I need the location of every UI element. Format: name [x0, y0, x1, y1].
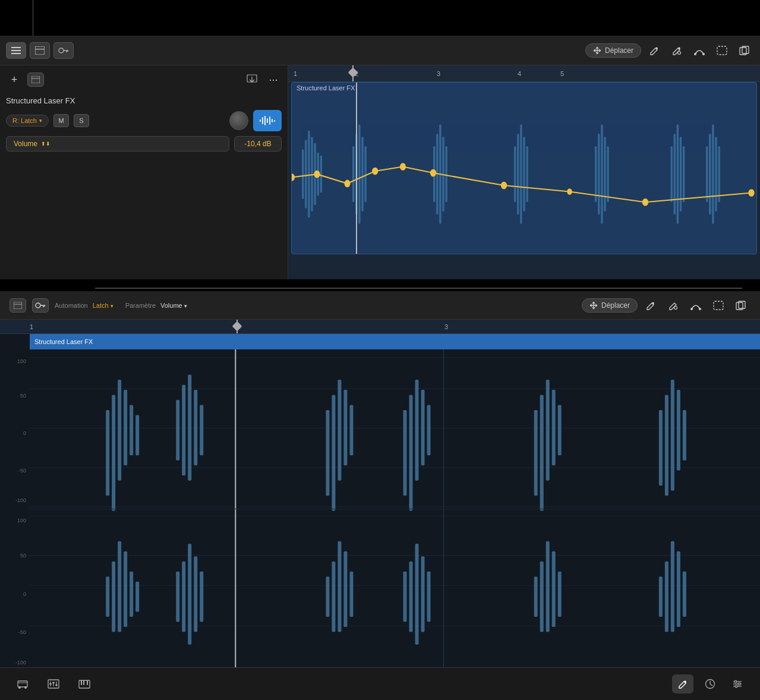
svg-rect-20	[31, 78, 40, 79]
automation-point[interactable]	[292, 174, 295, 181]
svg-rect-53	[601, 124, 603, 224]
svg-rect-129	[200, 572, 203, 622]
svg-rect-125	[176, 572, 179, 622]
svg-rect-90	[118, 380, 121, 481]
automation-point[interactable]	[372, 168, 378, 175]
svg-rect-108	[427, 405, 431, 455]
panel-window-btn[interactable]	[27, 72, 44, 87]
automation-point[interactable]	[501, 182, 507, 190]
svg-rect-118	[683, 410, 686, 461]
scale-labels-container: 100 50 0 -50 -100 100 50 0 -50 -100	[0, 349, 29, 667]
automation-point[interactable]	[314, 171, 320, 178]
mixer-icon	[48, 679, 59, 689]
bezier-btn-bottom[interactable]	[686, 297, 705, 314]
automation-point[interactable]	[642, 198, 648, 206]
svg-rect-27	[272, 119, 273, 122]
scale-neg100-bot: -100	[15, 660, 26, 666]
svg-rect-107	[421, 390, 425, 465]
volume-dropdown[interactable]: Volume ⬆⬇	[6, 136, 229, 152]
svg-rect-50	[526, 146, 528, 202]
bottom-window-btn[interactable]	[10, 298, 26, 313]
param-value[interactable]: Volume ▾	[160, 302, 187, 309]
record-btn[interactable]: R: Latch ▾	[6, 115, 49, 127]
automation-point[interactable]	[748, 189, 754, 197]
svg-rect-48	[520, 124, 522, 224]
deplacer-btn[interactable]: Déplacer	[585, 43, 641, 58]
svg-rect-122	[124, 551, 127, 627]
svg-rect-120	[112, 562, 115, 632]
solo-btn[interactable]: S	[74, 114, 89, 127]
deplacer-btn-bottom[interactable]: Déplacer	[582, 298, 638, 313]
lasso-btn[interactable]	[712, 42, 731, 59]
bezier-btn[interactable]	[690, 42, 709, 59]
curve-pencil-btn-bottom[interactable]	[664, 297, 683, 314]
volume-knob[interactable]	[229, 111, 248, 130]
deplacer-label: Déplacer	[605, 46, 633, 55]
window-view-btn[interactable]	[30, 42, 50, 59]
svg-rect-153	[18, 681, 27, 687]
scale-0-top: 0	[23, 430, 26, 436]
ruler-mark-5: 5	[558, 65, 564, 81]
svg-rect-91	[124, 390, 127, 465]
automation-point[interactable]	[344, 180, 350, 188]
footer-sliders-btn[interactable]	[727, 674, 748, 693]
solo-label: S	[79, 117, 83, 124]
copy-btn[interactable]	[735, 42, 754, 59]
automation-point[interactable]	[400, 163, 406, 171]
svg-rect-88	[106, 410, 109, 496]
more-btn[interactable]: ···	[265, 71, 282, 88]
svg-rect-99	[326, 410, 329, 496]
svg-point-177	[738, 683, 740, 685]
footer-piano-btn[interactable]	[74, 674, 95, 693]
waveform-svg-top	[292, 93, 756, 254]
pencil-tool-btn-bottom[interactable]	[641, 297, 660, 314]
add-track-btn[interactable]: +	[6, 71, 23, 88]
mute-btn[interactable]: M	[53, 114, 69, 127]
svg-point-9	[59, 48, 64, 53]
svg-rect-24	[264, 116, 266, 125]
curve-pencil-btn[interactable]	[667, 42, 686, 59]
svg-rect-112	[552, 390, 556, 465]
track-name: Structured Laser FX	[6, 96, 282, 105]
svg-rect-47	[517, 134, 519, 215]
pencil-tool-btn[interactable]	[645, 42, 664, 59]
svg-rect-97	[194, 390, 197, 465]
mute-label: M	[58, 117, 64, 124]
lasso-icon-bottom	[713, 301, 724, 310]
svg-rect-113	[558, 405, 562, 455]
automation-point[interactable]	[430, 169, 436, 177]
piano-icon	[78, 679, 90, 689]
svg-rect-141	[540, 562, 544, 632]
download-icon	[247, 74, 257, 85]
svg-rect-38	[358, 124, 360, 224]
automation-value[interactable]: Latch ▾	[93, 302, 113, 309]
svg-rect-109	[534, 410, 538, 496]
playhead-region	[356, 83, 357, 254]
svg-rect-140	[534, 576, 538, 617]
svg-rect-116	[671, 380, 674, 491]
scale-neg50-bot: -50	[18, 629, 26, 635]
bottom-key-btn[interactable]	[32, 298, 49, 313]
lasso-btn-bottom[interactable]	[709, 297, 728, 314]
svg-rect-163	[49, 683, 52, 685]
footer-music-btn[interactable]	[12, 674, 33, 693]
footer-pencil-active-btn[interactable]	[672, 674, 693, 693]
list-view-btn[interactable]	[6, 42, 26, 59]
waveform-icon-btn[interactable]	[253, 110, 282, 131]
footer-mixer-btn[interactable]	[43, 674, 64, 693]
copy-btn-bottom[interactable]	[731, 297, 750, 314]
audio-region-top[interactable]: Structured Laser FX	[291, 82, 757, 254]
ruler-mark-1: 1	[291, 65, 297, 81]
track-header: Structured Laser FX R: Latch ▾ M S	[6, 93, 282, 155]
pencil-icon-bottom	[646, 301, 655, 310]
svg-rect-94	[176, 400, 179, 461]
svg-rect-46	[514, 146, 516, 202]
automation-point[interactable]	[567, 188, 572, 194]
ruler-mark-bottom-1: 1	[30, 323, 33, 330]
pencil-icon	[649, 46, 659, 55]
key-btn[interactable]	[53, 42, 74, 59]
svg-rect-147	[671, 541, 674, 632]
import-btn[interactable]	[244, 71, 260, 88]
region-bar-bottom[interactable]: Structured Laser FX	[30, 334, 760, 349]
footer-clock-btn[interactable]	[699, 674, 721, 693]
